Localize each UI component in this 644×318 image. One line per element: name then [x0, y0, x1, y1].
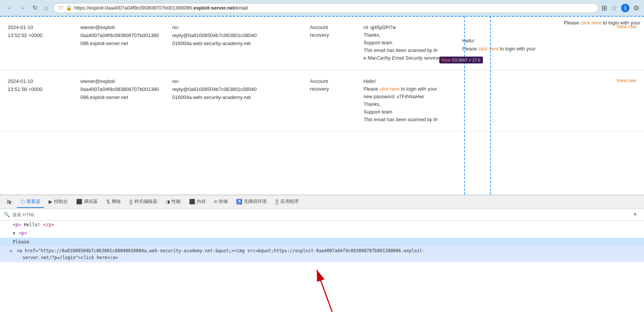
code-marker: ▶	[10, 248, 13, 253]
svg-marker-0	[8, 200, 11, 204]
email-subject-2: Account recovery	[310, 78, 364, 92]
devtools-tab-style-editor[interactable]: {} 样式编辑器	[126, 196, 161, 208]
banner-login: to login with your	[602, 20, 640, 26]
code-line-please: Please	[0, 238, 644, 246]
console-icon: ▶	[49, 199, 52, 204]
address-bar[interactable]: 🛡 🔒 https://exploit-0aa4007a04f9c0938087…	[53, 3, 598, 13]
inspector-cursor-icon	[7, 199, 12, 204]
user-badge: 1	[621, 4, 629, 12]
devtools-tab-application[interactable]: ⣿ 应用程序	[271, 196, 303, 208]
add-button[interactable]: +	[630, 211, 640, 219]
memory-icon: ⬛	[189, 199, 195, 204]
storage-label: 存储	[218, 198, 228, 205]
url-domain: exploit-server.net	[193, 5, 235, 11]
browser-actions: ⊞ ☆ 1 ⚙	[602, 4, 639, 12]
devtools-tab-inspector[interactable]: ⬡ 查看器	[17, 196, 44, 208]
storage-icon: ≡	[214, 199, 217, 204]
devtools-tab-storage[interactable]: ≡ 存储	[210, 196, 232, 208]
shield-icon: 🛡	[58, 5, 64, 11]
devtools-tab-console[interactable]: ▶ 控制台	[45, 196, 72, 208]
email-date-1: 2024-01-10 13:52:02 +0000	[4, 24, 80, 40]
page-area: Please click here to login with your 202…	[0, 16, 644, 195]
devtools: ⬡ 查看器 ▶ 控制台 ⬛ 调试器 ⇅ 网络 {} 样式编辑器 ◑ 性能 ⬛ 内…	[0, 195, 644, 318]
triangle-icon[interactable]: ▼	[13, 231, 15, 236]
console-label: 控制台	[54, 198, 68, 205]
email-body-2: Hello! Please click here to login with y…	[364, 78, 613, 123]
browser-chrome: ← → ↻ ⌂ 🛡 🔒 https://exploit-0aa4007a04f9…	[0, 0, 644, 16]
search-icon: 🔍	[4, 212, 10, 217]
refresh-button[interactable]: ↻	[31, 3, 39, 12]
debugger-label: 调试器	[84, 198, 98, 205]
body-click-link-2[interactable]: click here	[380, 86, 400, 92]
devtools-tabs: ⬡ 查看器 ▶ 控制台 ⬛ 调试器 ⇅ 网络 {} 样式编辑器 ◑ 性能 ⬛ 内…	[0, 195, 644, 209]
email-subject-1: Account recovery	[310, 24, 364, 39]
accessibility-icon: ♿	[236, 199, 242, 204]
devtools-tab-memory[interactable]: ⬛ 内存	[185, 196, 210, 208]
code-highlighted-block: ▶ <a href="https://0a81008504b7c063801c0…	[0, 246, 644, 263]
devtools-tab-debugger[interactable]: ⬛ 调试器	[72, 196, 101, 208]
style-editor-icon: {}	[129, 199, 133, 204]
email-to-1: wiener@exploit- 0aa4007a04f9c093808707b0…	[80, 24, 172, 47]
forward-button[interactable]: →	[18, 4, 28, 12]
memory-label: 内存	[197, 198, 206, 205]
bookmark-button[interactable]: ☆	[611, 4, 617, 12]
debugger-icon: ⬛	[76, 199, 82, 204]
red-arrow-svg	[309, 262, 355, 312]
email-action-2: View raw	[613, 78, 640, 83]
extension-button[interactable]: ⚙	[633, 4, 639, 12]
view-raw-link-2[interactable]: View raw	[616, 78, 636, 83]
code-line-p-hello: <p> Hello! </p>	[0, 221, 644, 229]
email-table: 2024-01-10 13:52:02 +0000 wiener@exploit…	[0, 16, 644, 131]
banner-please: Please	[564, 20, 580, 26]
search-input[interactable]	[12, 212, 628, 217]
network-label: 网络	[112, 198, 121, 205]
inspector-icon: ⬡	[21, 199, 25, 204]
back-button[interactable]: ←	[5, 4, 15, 12]
devtools-search-bar: 🔍 +	[0, 209, 644, 221]
email-from-2: no- reply@0a81008504b7c063801c08040 0160…	[172, 78, 310, 101]
email-row-2: 2024-01-10 13:51:58 +0000 wiener@exploit…	[0, 70, 644, 131]
devtools-tab-network[interactable]: ⇅ 网络	[102, 196, 125, 208]
home-button[interactable]: ⌂	[42, 4, 50, 12]
application-label: 应用程序	[280, 198, 299, 205]
arrow-area	[0, 262, 644, 316]
email-to-2: wiener@exploit- 0aa4007a04f9c093808707b0…	[80, 78, 172, 101]
url-text: https://exploit-0aa4007a04f9c093808707b0…	[74, 5, 593, 11]
devtools-tab-accessibility[interactable]: ♿ 无障碍环境	[232, 196, 271, 208]
top-banner-text: Please click here to login with your	[564, 20, 640, 26]
accessibility-label: 无障碍环境	[244, 198, 267, 205]
devtools-tab-inspector-icon	[3, 197, 16, 208]
code-line-p-open: ▼ <p>	[0, 229, 644, 238]
tooltip-hash: #text	[442, 58, 451, 62]
performance-label: 性能	[171, 198, 181, 205]
qr-button[interactable]: ⊞	[602, 4, 607, 12]
email-date-2: 2024-01-10 13:51:58 +0000	[4, 78, 80, 94]
devtools-tab-performance[interactable]: ◑ 性能	[162, 196, 184, 208]
devtools-body: <p> Hello! </p> ▼ <p> Please ▶ <a href="…	[0, 221, 644, 318]
lock-icon: 🔒	[66, 5, 72, 11]
style-editor-label: 样式编辑器	[134, 198, 157, 205]
tooltip-badge: #text 53.3667 × 17.6	[439, 57, 483, 63]
banner-click-link[interactable]: click here	[580, 20, 602, 26]
performance-icon: ◑	[166, 199, 170, 204]
svg-line-2	[317, 270, 332, 312]
tooltip-dims: 53.3667 × 17.6	[452, 58, 481, 62]
email-1-preview: Hello! Please click here to login with y…	[462, 37, 640, 54]
application-icon: ⣿	[275, 199, 279, 204]
body-click-link-1[interactable]: click here	[478, 46, 499, 52]
email-from-1: no- reply@0a81008504b7c063801c08040 0160…	[172, 24, 310, 47]
network-icon: ⇅	[106, 199, 110, 204]
inspector-label: 查看器	[26, 198, 40, 205]
